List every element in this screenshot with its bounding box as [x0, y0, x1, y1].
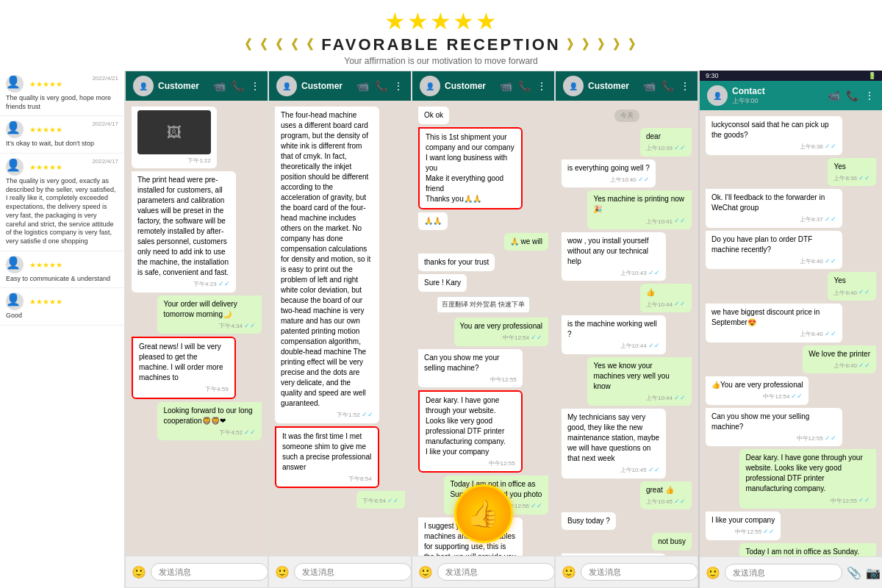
message-bubble: Yes machine is printing now🎉上午10:41✓✓ [587, 190, 692, 229]
message-bubble: Great news! I will be very pleased to ge… [132, 337, 236, 398]
chat-panel-4: 👤 Customer 📹 📞 ⋮ 今天dear上午10:39✓✓is every… [555, 71, 698, 588]
message-bubble: My technicians say very good, they like … [562, 409, 666, 478]
review-text: The quality is very good, hope more frie… [6, 94, 118, 111]
review-item: 👤 ★★★★★ 2022/4/21 The quality is very go… [0, 71, 124, 116]
message-bubble: Yes we know your machines very well you … [587, 357, 692, 406]
contact-status: 上午9:00 [732, 96, 765, 106]
read-ticks: ✓✓ [648, 465, 660, 475]
emoji-icon-1[interactable]: 🙂 [132, 565, 146, 579]
image-placeholder: 🖼 [137, 110, 211, 154]
messages-2: The four-head machine uses a different b… [269, 101, 411, 556]
message-input-2[interactable] [294, 563, 412, 581]
message-input-5[interactable] [725, 564, 842, 581]
video-icon-3[interactable]: 📹 [500, 80, 512, 92]
read-ticks: ✓✓ [362, 410, 373, 420]
messages-4: 今天dear上午10:39✓✓is everything going well … [556, 101, 698, 556]
header-icons-3[interactable]: 📹 📞 ⋮ [500, 80, 547, 92]
message-time: 下午6:54 [362, 497, 386, 505]
header-icons-4[interactable]: 📹 📞 ⋮ [643, 80, 690, 92]
chat-message: Busy today ? [562, 512, 616, 530]
read-ticks: ✓✓ [387, 496, 399, 506]
read-ticks: ✓✓ [674, 497, 686, 506]
emoji-icon-3[interactable]: 🙂 [418, 565, 433, 579]
message-time: 上午10:43 [620, 269, 647, 277]
message-time: 下午4:34 [219, 322, 243, 330]
chat-message: we have biggest discount price in Septem… [706, 304, 842, 343]
message-time: 下午4:52 [219, 429, 243, 437]
left-arrows-icon: 《《《《《 [238, 36, 315, 54]
chat-header-4: 👤 Customer 📹 📞 ⋮ [556, 71, 698, 101]
read-ticks: ✓✓ [531, 501, 542, 511]
call-icon-4[interactable]: 📞 [662, 80, 674, 92]
read-ticks: ✓✓ [674, 216, 686, 226]
messages-1: 🖼下午1:22The print head were pre-installed… [126, 101, 268, 556]
message-time: 上午8:40 [833, 362, 857, 370]
message-time: 上午10:40 [610, 176, 637, 184]
more-icon-3[interactable]: ⋮ [537, 80, 547, 92]
message-input-1[interactable] [151, 563, 268, 581]
header-icons-5[interactable]: 📹 📞 ⋮ [828, 90, 875, 101]
avatar-2: 👤 [276, 76, 297, 96]
video-icon[interactable]: 📹 [213, 80, 226, 92]
chat-message: Sure ! Kary [418, 274, 467, 292]
header-icons-1[interactable]: 📹 📞 ⋮ [213, 80, 260, 92]
emoji-icon-4[interactable]: 🙂 [562, 565, 576, 579]
page-title: 《《《《《 FAVORABLE RECEPTION 》》》》》 [0, 35, 882, 54]
chat-header-2: 👤 Customer 📹 📞 ⋮ [269, 71, 411, 101]
message-time: 上午8:40 [800, 257, 823, 265]
input-bar-2: 🙂 📎 📷 🎤 [269, 556, 411, 587]
message-time: 中午12:55 [735, 528, 761, 536]
more-icon-4[interactable]: ⋮ [680, 80, 690, 92]
page-header: ★★★★★ 《《《《《 FAVORABLE RECEPTION 》》》》》 Yo… [0, 0, 882, 71]
message-time: 上午8:36 [833, 174, 857, 182]
message-time: 中午12:55 [797, 434, 823, 442]
message-time: 下午1:22 [187, 157, 211, 165]
video-icon-4[interactable]: 📹 [643, 80, 656, 92]
chat-message: Dear kary. I have gone through your webs… [418, 390, 523, 473]
message-bubble: Sure ! Kary [418, 274, 467, 292]
message-bubble: dear上午10:39✓✓ [640, 128, 692, 157]
header-icons-2[interactable]: 📹 📞 ⋮ [356, 80, 404, 92]
message-input-4[interactable] [581, 563, 698, 581]
chat-message: 🖼下午1:22 [132, 107, 217, 168]
main-content: 👤 ★★★★★ 2022/4/21 The quality is very go… [0, 71, 882, 588]
message-time: 上午10:39 [646, 144, 673, 152]
camera-icon-5[interactable]: 📷 [866, 566, 881, 580]
emoji-icon-2[interactable]: 🙂 [275, 565, 290, 579]
read-ticks: ✓✓ [674, 299, 686, 309]
more-icon-5[interactable]: ⋮ [864, 90, 875, 101]
message-input-3[interactable] [437, 563, 555, 581]
review-text: Easy to communicate & understand [6, 275, 118, 284]
read-ticks: ✓✓ [825, 329, 836, 339]
more-icon[interactable]: ⋮ [250, 80, 260, 92]
video-icon-2[interactable]: 📹 [356, 80, 369, 92]
attach-icon-5[interactable]: 📎 [847, 566, 861, 580]
input-bar-3: 🙂 📎 📷 🎤 [412, 556, 554, 587]
right-arrows-icon: 》》》》》 [567, 36, 644, 54]
message-bubble: The print head were pre-installed for cu… [132, 171, 236, 293]
chat-message: The four-head machine uses a different b… [275, 107, 379, 423]
video-icon-5[interactable]: 📹 [828, 90, 840, 101]
read-ticks: ✓✓ [674, 393, 686, 403]
title-text: FAVORABLE RECEPTION [321, 35, 561, 54]
call-icon-3[interactable]: 📞 [518, 80, 531, 92]
chat-header-3: 👤 Customer 📹 📞 ⋮ [412, 71, 554, 101]
chat-message: great 👍上午10:45✓✓ [640, 481, 692, 510]
chat-message: Yes上午8:36✓✓ [828, 158, 876, 187]
chat-message: thanks for your trust [418, 254, 495, 271]
message-bubble: You are very professional中午12:54✓✓ [454, 318, 548, 346]
read-ticks: ✓✓ [674, 143, 686, 153]
more-icon-2[interactable]: ⋮ [393, 80, 404, 92]
message-time: 中午12:54 [503, 334, 529, 342]
call-icon-2[interactable]: 📞 [375, 80, 387, 92]
contact-name-4: Customer [588, 81, 629, 91]
chat-panel-2: 👤 Customer 📹 📞 ⋮ The four-head machine u… [268, 71, 412, 588]
chat-message: Yes we know your machines very well you … [587, 357, 692, 406]
message-bubble: We love the printer上午8:40✓✓ [803, 345, 876, 374]
review-stars: ★★★★★ [29, 298, 62, 306]
emoji-icon-5[interactable]: 🙂 [706, 566, 720, 580]
review-item: 👤 ★★★★★ Good [0, 288, 124, 326]
call-icon[interactable]: 📞 [232, 80, 244, 92]
read-ticks: ✓✓ [858, 173, 870, 183]
call-icon-5[interactable]: 📞 [846, 90, 858, 101]
